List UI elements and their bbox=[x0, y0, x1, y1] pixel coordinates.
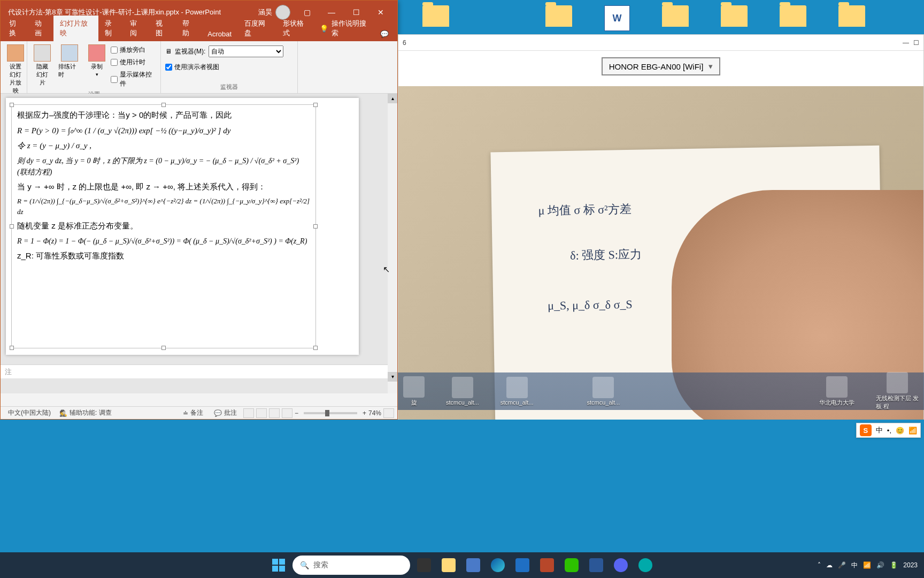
tab-slideshow[interactable]: 幻灯片放映 bbox=[53, 16, 98, 41]
accessibility-icon: 🕵 bbox=[59, 409, 67, 417]
task-view-button[interactable] bbox=[413, 554, 435, 576]
desktop-shortcut[interactable]: 旋 bbox=[403, 376, 425, 407]
tab-acrobat[interactable]: Acrobat bbox=[201, 27, 238, 41]
tab-review[interactable]: 审阅 bbox=[124, 16, 149, 41]
notes-button[interactable]: ≐ 备注 bbox=[179, 408, 207, 417]
tab-transition[interactable]: 切换 bbox=[3, 16, 28, 41]
zoom-in-button[interactable]: + bbox=[363, 409, 366, 417]
ime-emoji[interactable]: 😊 bbox=[896, 427, 904, 435]
tell-me-search[interactable]: 💡 操作说明搜索 bbox=[314, 16, 374, 41]
desktop-shortcut[interactable]: stcmcu_alt... bbox=[500, 377, 534, 406]
folder-icon[interactable] bbox=[721, 5, 748, 27]
maximize-button[interactable]: ☐ bbox=[913, 39, 919, 47]
powerpoint-button[interactable] bbox=[536, 554, 558, 576]
status-accessibility[interactable]: 🕵 辅助功能: 调查 bbox=[55, 408, 116, 417]
word-icon[interactable]: W bbox=[604, 5, 630, 31]
resize-handle[interactable] bbox=[161, 103, 166, 107]
folder-icon[interactable] bbox=[780, 5, 806, 27]
monitor-select[interactable]: 🖥 监视器(M): 自动 bbox=[165, 45, 283, 57]
presenter-view-checkbox[interactable]: 使用演示者视图 bbox=[165, 62, 219, 73]
start-button[interactable] bbox=[268, 554, 289, 576]
reading-view-button[interactable] bbox=[269, 408, 280, 418]
battery-icon[interactable]: 🔋 bbox=[890, 561, 898, 569]
resize-handle[interactable] bbox=[10, 103, 14, 107]
monitor-dropdown[interactable]: 自动 bbox=[209, 45, 283, 57]
tab-shape-format[interactable]: 形状格式 bbox=[276, 16, 314, 41]
rehearse-icon bbox=[61, 44, 78, 62]
tab-baidu[interactable]: 百度网盘 bbox=[238, 16, 276, 41]
word-button[interactable] bbox=[586, 554, 607, 576]
show-media-checkbox[interactable]: 显示媒体控件 bbox=[111, 69, 156, 89]
setup-slideshow-button[interactable]: 设置 幻灯片放映 bbox=[5, 43, 26, 96]
desktop-shortcut[interactable]: stcmcu_alt... bbox=[587, 377, 620, 406]
wechat-button[interactable] bbox=[561, 554, 582, 576]
clock[interactable]: 2023 bbox=[903, 561, 918, 569]
app-button[interactable] bbox=[463, 554, 484, 576]
scroll-down-icon[interactable]: ▾ bbox=[388, 372, 397, 382]
ime-toolbar[interactable]: S 中 •, 😊 📶 bbox=[856, 423, 921, 438]
resize-handle[interactable] bbox=[10, 346, 14, 350]
slider-handle[interactable] bbox=[325, 410, 329, 416]
monitor-icon: 🖥 bbox=[165, 48, 172, 55]
wifi-icon[interactable]: 📶 bbox=[863, 561, 871, 569]
hide-slide-button[interactable]: 隐藏 幻灯片 bbox=[32, 43, 53, 88]
system-tray: ˄ ☁ 🎤 中 📶 🔊 🔋 2023 bbox=[818, 561, 920, 570]
folder-icon[interactable] bbox=[662, 5, 689, 27]
record-button[interactable]: 录制 ▾ bbox=[86, 43, 107, 78]
app-button[interactable] bbox=[635, 554, 656, 576]
notes-pane[interactable]: 注 bbox=[1, 364, 388, 378]
chevron-down-icon: ▾ bbox=[96, 72, 98, 77]
folder-icon[interactable] bbox=[838, 5, 865, 27]
desktop-shortcut[interactable]: stcmcu_alt... bbox=[446, 377, 479, 406]
device-selector-row: HONOR EBG-AN00 [WiFi] bbox=[398, 51, 923, 82]
resize-handle[interactable] bbox=[313, 346, 318, 350]
folder-icon[interactable] bbox=[545, 5, 572, 27]
taskbar-search[interactable]: 🔍 搜索 bbox=[292, 556, 410, 575]
ime-punct[interactable]: •, bbox=[887, 427, 891, 435]
onedrive-icon[interactable]: ☁ bbox=[826, 561, 833, 569]
zoom-slider[interactable] bbox=[304, 412, 357, 414]
tab-animation[interactable]: 动画 bbox=[28, 16, 54, 41]
normal-view-button[interactable] bbox=[243, 408, 254, 418]
volume-icon[interactable]: 🔊 bbox=[876, 561, 884, 569]
resize-handle[interactable] bbox=[313, 103, 318, 107]
tab-view[interactable]: 视图 bbox=[149, 16, 175, 41]
use-timings-checkbox[interactable]: 使用计时 bbox=[111, 57, 156, 68]
comments-icon[interactable]: 💬 bbox=[374, 27, 395, 41]
ime-lang[interactable]: 中 bbox=[876, 425, 883, 435]
comments-button[interactable]: 💬 批注 bbox=[210, 408, 241, 417]
app-icon bbox=[826, 376, 848, 398]
ppt-statusbar: 中文(中国大陆) 🕵 辅助功能: 调查 ≐ 备注 💬 批注 − + 74% bbox=[1, 406, 397, 419]
ppt-slide[interactable]: 根据应力–强度的干涉理论：当y > 0的时候，产品可靠，因此 R = P(y >… bbox=[6, 98, 359, 355]
edge-button[interactable] bbox=[487, 554, 509, 576]
resize-handle[interactable] bbox=[161, 346, 166, 350]
folder-icon[interactable] bbox=[422, 5, 449, 27]
desktop-shortcut[interactable]: 无线检测下层 发 板 程 bbox=[876, 372, 919, 410]
fit-window-button[interactable] bbox=[383, 408, 394, 418]
status-language[interactable]: 中文(中国大陆) bbox=[4, 408, 55, 417]
store-button[interactable] bbox=[512, 554, 533, 576]
vertical-scrollbar[interactable]: ▴ ▾ bbox=[388, 94, 397, 393]
explorer-button[interactable] bbox=[438, 554, 459, 576]
resize-handle[interactable] bbox=[10, 224, 14, 229]
sogou-icon[interactable]: S bbox=[860, 424, 872, 436]
scroll-up-icon[interactable]: ▴ bbox=[388, 94, 397, 103]
device-dropdown[interactable]: HONOR EBG-AN00 [WiFi] bbox=[602, 57, 721, 75]
tray-chevron-icon[interactable]: ˄ bbox=[818, 561, 821, 569]
ime-tray[interactable]: 中 bbox=[851, 561, 858, 570]
play-narration-checkbox[interactable]: 播放旁白 bbox=[111, 44, 156, 56]
desktop-shortcut[interactable]: 华北电力大学 bbox=[819, 376, 854, 407]
zoom-level[interactable]: 74% bbox=[368, 409, 381, 417]
mic-icon[interactable]: 🎤 bbox=[838, 561, 846, 569]
zoom-out-button[interactable]: − bbox=[295, 409, 298, 417]
minimize-button[interactable]: — bbox=[903, 39, 909, 47]
sorter-view-button[interactable] bbox=[256, 408, 267, 418]
tab-help[interactable]: 帮助 bbox=[176, 16, 202, 41]
tab-record[interactable]: 录制 bbox=[98, 16, 124, 41]
resize-handle[interactable] bbox=[313, 224, 318, 229]
hide-icon bbox=[34, 44, 51, 62]
app-button[interactable] bbox=[610, 554, 632, 576]
slideshow-view-button[interactable] bbox=[282, 408, 292, 418]
rehearse-button[interactable]: 排练计时 bbox=[56, 43, 83, 80]
textbox-selected[interactable]: 根据应力–强度的干涉理论：当y > 0的时候，产品可靠，因此 R = P(y >… bbox=[11, 104, 316, 348]
